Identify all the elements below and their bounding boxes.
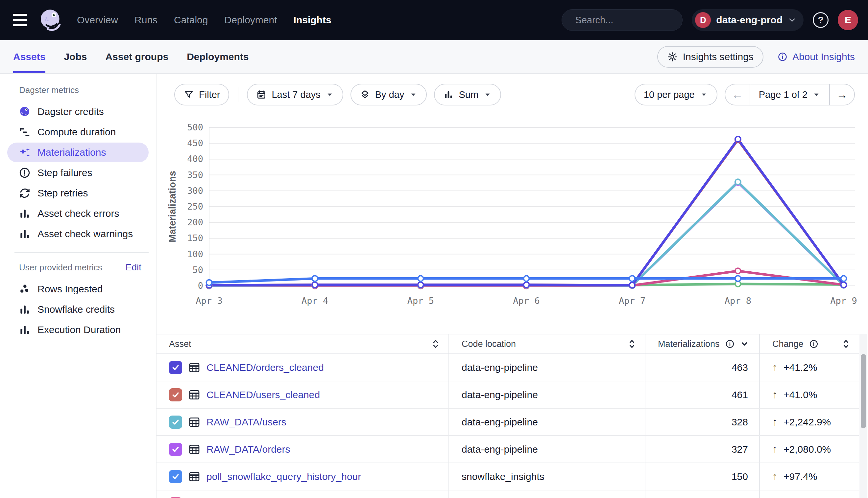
page-selector[interactable]: Page 1 of 2 xyxy=(750,84,830,105)
table-asset-icon xyxy=(188,470,201,483)
sidebar-item-label: Step failures xyxy=(38,167,92,179)
edit-metrics-link[interactable]: Edit xyxy=(126,262,141,273)
sidebar-item-dagster-credits[interactable]: Dagster credits xyxy=(7,102,149,121)
prev-page-button[interactable]: ← xyxy=(725,84,750,105)
nav-link-catalog[interactable]: Catalog xyxy=(174,14,208,26)
table-asset-icon xyxy=(188,443,201,456)
tab-jobs[interactable]: Jobs xyxy=(64,40,87,73)
sidebar-item-asset-check-errors[interactable]: Asset check errors xyxy=(7,204,149,223)
column-header-change[interactable]: Change xyxy=(759,335,859,353)
dagster-logo-icon[interactable] xyxy=(38,7,64,33)
table-asset-icon xyxy=(188,416,201,428)
nav-link-deployment[interactable]: Deployment xyxy=(224,14,277,26)
caret-down-icon xyxy=(409,90,418,99)
gear-icon xyxy=(667,52,678,62)
sidebar-item-materializations[interactable]: Materializations xyxy=(7,143,149,162)
aggregation-dropdown[interactable]: Sum xyxy=(434,84,501,105)
global-search[interactable]: / xyxy=(562,9,682,31)
right-arrow-icon: → xyxy=(837,88,847,101)
deployment-name: data-eng-prod xyxy=(716,14,782,26)
about-insights-link[interactable]: About Insights xyxy=(777,51,855,62)
asset-checkbox[interactable] xyxy=(169,470,182,483)
table-row: RAW_DATA/users data-eng-pipeline 328 ↑+2… xyxy=(156,409,859,436)
sidebar-item-rows-ingested[interactable]: Rows Ingested xyxy=(7,279,149,299)
granularity-dropdown[interactable]: By day xyxy=(350,84,427,105)
table-row: CLEANED/users_cleaned data-eng-pipeline … xyxy=(156,381,859,409)
deployment-switcher[interactable]: D data-eng-prod xyxy=(692,9,804,31)
tab-assets[interactable]: Assets xyxy=(13,40,46,73)
page-label: Page 1 of 2 xyxy=(759,89,807,100)
date-range-label: Last 7 days xyxy=(271,89,320,100)
sidebar-item-label: Materializations xyxy=(38,147,106,158)
code-location-cell: data-eng-pipeline xyxy=(448,436,645,462)
materializations-cell: 461 xyxy=(645,381,759,408)
asset-checkbox[interactable] xyxy=(169,443,182,456)
scrollbar-thumb[interactable] xyxy=(861,354,866,428)
tab-asset-groups[interactable]: Asset groups xyxy=(105,40,168,73)
sidebar-item-label: Step retries xyxy=(38,187,88,199)
filter-button[interactable]: Filter xyxy=(174,84,229,105)
column-header-materializations[interactable]: Materializations xyxy=(645,335,759,353)
column-label: Materializations xyxy=(658,339,720,349)
next-page-button[interactable]: → xyxy=(830,84,854,105)
granularity-label: By day xyxy=(375,89,405,100)
filter-label: Filter xyxy=(199,89,220,100)
metrics-sidebar: Dagster metrics Dagster credits Compute … xyxy=(0,74,156,498)
svg-text:Apr 5: Apr 5 xyxy=(407,296,434,306)
sort-icon[interactable] xyxy=(842,338,850,350)
search-input[interactable] xyxy=(575,15,699,26)
sidebar-item-step-failures[interactable]: Step failures xyxy=(7,163,149,183)
avatar[interactable]: E xyxy=(838,10,858,30)
table-header: Asset Code location Materializations xyxy=(156,334,859,354)
info-icon xyxy=(777,52,788,62)
info-icon[interactable] xyxy=(809,339,819,349)
up-arrow-icon: ↑ xyxy=(772,470,778,483)
sidebar-item-compute-duration[interactable]: Compute duration xyxy=(7,122,149,142)
asset-link[interactable]: RAW_DATA/orders xyxy=(206,444,290,455)
insights-settings-button[interactable]: Insights settings xyxy=(657,46,764,68)
sidebar-divider xyxy=(14,252,149,253)
sidebar-item-step-retries[interactable]: Step retries xyxy=(7,183,149,203)
table-row: RAW_DATA/orders data-eng-pipeline 327 ↑+… xyxy=(156,436,859,463)
per-page-dropdown[interactable]: 10 per page xyxy=(635,84,717,105)
dots-icon xyxy=(18,283,31,295)
hamburger-menu-icon[interactable] xyxy=(13,12,30,28)
svg-text:Apr 6: Apr 6 xyxy=(513,296,539,306)
date-range-dropdown[interactable]: Last 7 days xyxy=(247,84,343,105)
change-value: +41.2% xyxy=(783,362,817,373)
sort-desc-icon[interactable] xyxy=(740,340,749,348)
sidebar-item-execution-duration[interactable]: Execution Duration xyxy=(7,320,149,340)
tab-deployments[interactable]: Deployments xyxy=(187,40,248,73)
materializations-chart: 050100150200250300350400450500Apr 3Apr 4… xyxy=(156,113,868,312)
table-row: CLEANED/… data-eng-pipeline 47 ↑+2,250.0… xyxy=(156,490,859,498)
sort-icon[interactable] xyxy=(628,338,636,350)
table-row: poll_snowflake_query_history_hour snowfl… xyxy=(156,463,859,490)
asset-link[interactable]: CLEANED/orders_cleaned xyxy=(206,362,324,373)
up-arrow-icon: ↑ xyxy=(772,361,778,374)
asset-checkbox[interactable] xyxy=(169,388,182,402)
svg-text:100: 100 xyxy=(187,249,203,259)
asset-link[interactable]: CLEANED/users_cleaned xyxy=(206,389,320,401)
asset-link[interactable]: RAW_DATA/users xyxy=(206,417,286,428)
nav-link-runs[interactable]: Runs xyxy=(135,14,157,26)
nav-link-insights[interactable]: Insights xyxy=(294,14,331,26)
info-icon[interactable] xyxy=(725,339,735,349)
svg-text:250: 250 xyxy=(187,201,203,212)
asset-checkbox[interactable] xyxy=(169,361,182,374)
column-header-asset[interactable]: Asset xyxy=(156,335,448,353)
sidebar-item-asset-check-warnings[interactable]: Asset check warnings xyxy=(7,224,149,244)
top-nav: Overview Runs Catalog Deployment Insight… xyxy=(0,0,868,40)
sort-icon[interactable] xyxy=(431,338,440,350)
user-metrics-section-label: User provided metrics xyxy=(19,262,102,273)
nav-link-overview[interactable]: Overview xyxy=(77,14,118,26)
code-location-cell: data-eng-pipeline xyxy=(448,354,645,381)
bar-chart-icon xyxy=(443,89,454,100)
sidebar-item-snowflake-credits[interactable]: Snowflake credits xyxy=(7,300,149,319)
asset-link[interactable]: poll_snowflake_query_history_hour xyxy=(206,471,361,482)
column-header-code-location[interactable]: Code location xyxy=(448,335,645,353)
check-icon xyxy=(171,363,180,372)
asset-checkbox[interactable] xyxy=(169,416,182,429)
sidebar-item-label: Snowflake credits xyxy=(38,304,115,315)
help-icon[interactable]: ? xyxy=(813,12,829,28)
about-insights-label: About Insights xyxy=(792,51,855,62)
